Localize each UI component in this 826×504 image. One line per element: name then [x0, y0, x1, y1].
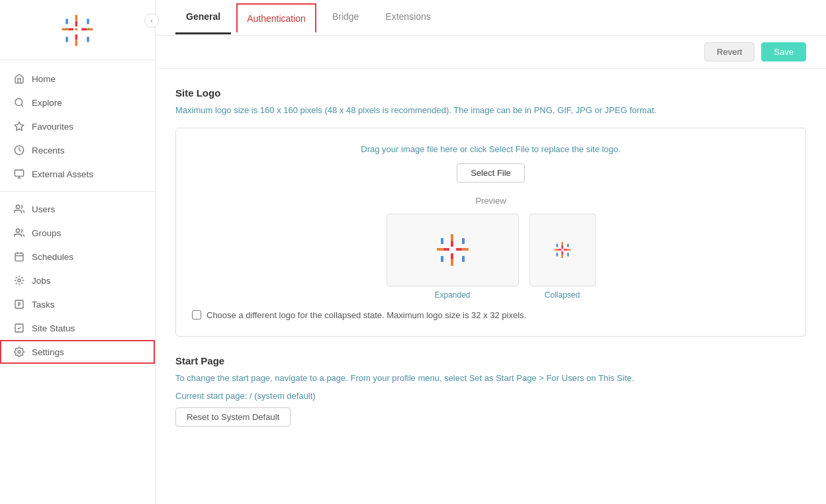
- svg-rect-40: [441, 256, 443, 262]
- start-page-description: To change the start page, navigate to a …: [175, 372, 806, 385]
- site-logo-title: Site Logo: [175, 87, 806, 99]
- sidebar-item-jobs-label: Jobs: [32, 276, 51, 286]
- svg-rect-49: [554, 249, 557, 251]
- tab-authentication[interactable]: Authentication: [236, 3, 316, 32]
- svg-rect-13: [66, 28, 67, 29]
- svg-rect-1: [75, 40, 77, 46]
- schedules-icon: [13, 251, 25, 263]
- sidebar-navigation: Home Explore Favourites Recents: [0, 60, 155, 504]
- svg-rect-43: [443, 248, 449, 251]
- save-button[interactable]: Save: [761, 42, 806, 62]
- tab-bridge[interactable]: Bridge: [322, 1, 369, 34]
- sidebar-item-favourites[interactable]: Favourites: [0, 114, 155, 138]
- svg-rect-48: [561, 254, 563, 257]
- star-icon: [13, 120, 25, 132]
- expanded-caption: Expanded: [387, 290, 519, 300]
- svg-rect-41: [462, 238, 465, 244]
- tab-extensions[interactable]: Extensions: [375, 1, 441, 34]
- svg-rect-14: [87, 28, 89, 29]
- svg-rect-44: [456, 248, 462, 251]
- svg-point-23: [16, 229, 19, 232]
- sidebar-item-external-assets[interactable]: External Assets: [0, 162, 155, 186]
- current-start-page: Current start page: / (system default): [175, 391, 806, 401]
- sidebar-item-explore[interactable]: Explore: [0, 91, 155, 114]
- clock-icon: [13, 144, 25, 156]
- nav-divider: [0, 191, 155, 192]
- svg-rect-54: [567, 253, 569, 256]
- sidebar-item-settings[interactable]: Settings: [0, 340, 155, 364]
- upload-hint: Drag your image file here or click Selec…: [192, 144, 790, 154]
- logo-upload-area: Drag your image file here or click Selec…: [175, 128, 806, 337]
- select-file-button[interactable]: Select File: [457, 163, 525, 183]
- jobs-icon: [13, 274, 25, 286]
- collapse-sidebar-button[interactable]: ‹: [144, 13, 159, 28]
- sidebar-item-home[interactable]: Home: [0, 67, 155, 91]
- sidebar-item-site-status-label: Site Status: [32, 323, 75, 333]
- different-logo-checkbox[interactable]: [192, 310, 201, 319]
- collapsed-caption: Collapsed: [529, 290, 596, 300]
- collapsed-preview-container: Collapsed: [529, 214, 596, 300]
- different-logo-label: Choose a different logo for the collapse…: [206, 310, 526, 320]
- tab-general[interactable]: General: [175, 1, 231, 34]
- start-page-title: Start Page: [175, 355, 806, 366]
- sidebar-item-groups-label: Groups: [32, 228, 61, 238]
- expanded-preview-box: [387, 214, 519, 286]
- sidebar-item-settings-label: Settings: [32, 347, 64, 357]
- sidebar-item-tasks[interactable]: Tasks: [0, 292, 155, 316]
- svg-rect-55: [558, 249, 561, 251]
- sidebar-item-home-label: Home: [32, 74, 56, 84]
- svg-rect-56: [563, 249, 567, 251]
- svg-point-28: [18, 279, 21, 282]
- svg-rect-53: [567, 243, 569, 247]
- settings-content: Site Logo Maximum logo size is 160 x 160…: [156, 69, 826, 504]
- tabs-bar: General Authentication Bridge Extensions: [156, 0, 826, 36]
- sidebar-item-external-assets-label: External Assets: [32, 169, 93, 179]
- svg-point-22: [16, 205, 19, 208]
- sidebar-item-schedules[interactable]: Schedules: [0, 245, 155, 269]
- svg-rect-9: [68, 28, 73, 30]
- site-status-icon: [13, 322, 25, 334]
- sidebar-item-favourites-label: Favourites: [32, 122, 73, 132]
- svg-rect-47: [561, 241, 563, 245]
- settings-icon: [13, 346, 25, 358]
- groups-icon: [13, 227, 25, 239]
- svg-rect-50: [567, 249, 570, 251]
- svg-rect-5: [66, 19, 68, 24]
- tasks-icon: [13, 298, 25, 310]
- svg-rect-8: [87, 36, 89, 42]
- toolbar: Revert Save: [156, 36, 826, 69]
- svg-point-15: [15, 99, 23, 106]
- preview-label: Preview: [192, 196, 790, 206]
- svg-rect-24: [15, 253, 23, 261]
- revert-button[interactable]: Revert: [704, 42, 755, 62]
- sidebar-item-jobs[interactable]: Jobs: [0, 269, 155, 292]
- sidebar-item-site-status[interactable]: Site Status: [0, 316, 155, 340]
- sidebar-item-groups[interactable]: Groups: [0, 221, 155, 245]
- svg-rect-42: [462, 256, 465, 262]
- sidebar-item-users[interactable]: Users: [0, 197, 155, 221]
- sidebar-item-explore-label: Explore: [32, 98, 62, 108]
- svg-rect-52: [556, 253, 558, 256]
- main-content: General Authentication Bridge Extensions…: [156, 0, 826, 504]
- different-logo-checkbox-row: Choose a different logo for the collapse…: [192, 310, 790, 320]
- svg-rect-58: [561, 251, 563, 254]
- svg-rect-6: [66, 36, 68, 42]
- sidebar-item-schedules-label: Schedules: [32, 252, 73, 262]
- reset-to-default-button[interactable]: Reset to System Default: [175, 407, 291, 427]
- site-logo-section: Site Logo Maximum logo size is 160 x 160…: [175, 87, 806, 337]
- svg-rect-36: [451, 259, 453, 266]
- svg-point-34: [18, 351, 21, 353]
- svg-rect-37: [437, 248, 443, 251]
- svg-rect-45: [451, 241, 453, 247]
- explore-icon: [13, 97, 25, 108]
- svg-rect-0: [75, 15, 77, 21]
- svg-rect-38: [462, 248, 469, 251]
- svg-rect-12: [75, 34, 77, 40]
- start-page-section: Start Page To change the start page, nav…: [175, 355, 806, 427]
- svg-rect-7: [87, 19, 89, 24]
- svg-rect-51: [556, 243, 558, 247]
- sidebar-item-recents[interactable]: Recents: [0, 138, 155, 162]
- current-start-value: / (system default): [250, 391, 316, 401]
- current-start-label: Current start page:: [175, 391, 250, 401]
- svg-rect-4: [75, 28, 77, 30]
